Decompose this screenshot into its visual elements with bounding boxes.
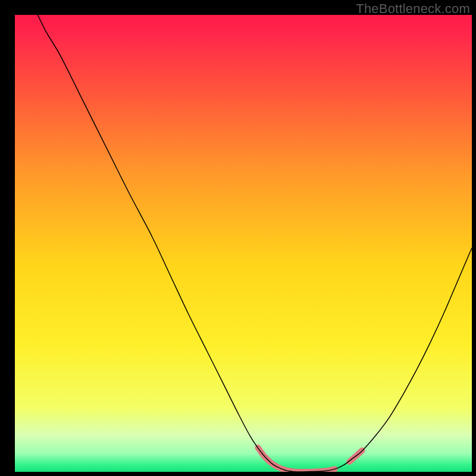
bottleneck-chart [0,0,476,476]
chart-frame: { "watermark": "TheBottleneck.com", "plo… [0,0,476,476]
watermark-label: TheBottleneck.com [356,1,470,17]
plot-background [15,15,472,472]
